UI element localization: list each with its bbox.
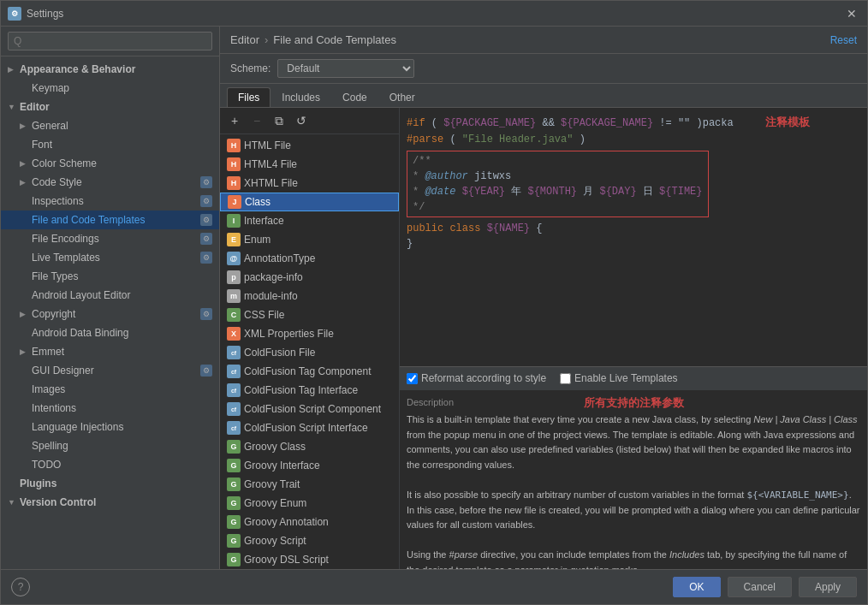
file-item-package-info[interactable]: p package-info xyxy=(220,268,399,287)
tab-other[interactable]: Other xyxy=(378,87,426,107)
breadcrumb-parent: Editor xyxy=(230,33,259,46)
sidebar-item-appearance[interactable]: ▶ Appearance & Behavior xyxy=(1,60,219,79)
xhtml-file-icon: H xyxy=(227,176,241,190)
sidebar-item-inspections[interactable]: Inspections ⚙ xyxy=(1,192,219,211)
code-line-6: */ xyxy=(413,199,703,215)
sidebar-item-intentions[interactable]: Intentions xyxy=(1,399,219,418)
sidebar-item-label: General xyxy=(32,120,212,132)
sidebar-item-label: Color Scheme xyxy=(32,157,212,169)
sidebar-item-android-data-binding[interactable]: Android Data Binding xyxy=(1,323,219,342)
file-item-groovy-enum[interactable]: G Groovy Enum xyxy=(220,494,399,513)
sidebar-item-spelling[interactable]: Spelling xyxy=(1,436,219,455)
file-item-html4-file[interactable]: H HTML4 File xyxy=(220,155,399,174)
file-item-css-file[interactable]: C CSS File xyxy=(220,305,399,324)
live-templates-checkbox-label: Enable Live Templates xyxy=(560,372,678,384)
close-button[interactable]: ✕ xyxy=(843,5,860,22)
tab-files[interactable]: Files xyxy=(227,87,271,107)
cf-script-interface-icon: cf xyxy=(227,421,241,435)
file-item-class[interactable]: J Class xyxy=(220,193,399,211)
sidebar-item-live-templates[interactable]: Live Templates ⚙ xyxy=(1,248,219,267)
file-item-cf-tag-interface[interactable]: cf ColdFusion Tag Interface xyxy=(220,381,399,400)
sidebar-item-label: Images xyxy=(32,383,212,395)
file-item-enum[interactable]: E Enum xyxy=(220,230,399,249)
sidebar-item-label: File Encodings xyxy=(32,233,197,245)
file-item-label: XHTML File xyxy=(244,177,298,189)
file-item-label: ColdFusion Tag Interface xyxy=(244,384,358,396)
arrow-icon: ▶ xyxy=(20,122,32,130)
sidebar-item-file-types[interactable]: File Types xyxy=(1,267,219,286)
sidebar-item-code-style[interactable]: ▶ Code Style ⚙ xyxy=(1,173,219,192)
cancel-button[interactable]: Cancel xyxy=(728,577,792,597)
file-item-groovy-trait[interactable]: G Groovy Trait xyxy=(220,475,399,494)
file-item-cf-tag-component[interactable]: cf ColdFusion Tag Component xyxy=(220,362,399,381)
cf-tag-component-icon: cf xyxy=(227,365,241,378)
ok-button[interactable]: OK xyxy=(673,577,720,597)
file-item-groovy-class[interactable]: G Groovy Class xyxy=(220,437,399,456)
sidebar-item-file-encodings[interactable]: File Encodings ⚙ xyxy=(1,229,219,248)
file-item-label: ColdFusion File xyxy=(244,347,315,359)
help-button[interactable]: ? xyxy=(11,578,30,596)
footer-left: ? xyxy=(11,578,30,596)
sidebar-item-editor[interactable]: ▼ Editor xyxy=(1,98,219,116)
file-item-annotation-type[interactable]: @ AnnotationType xyxy=(220,249,399,268)
sidebar-item-label: Keymap xyxy=(32,82,212,94)
bottom-options: Reformat according to style Enable Live … xyxy=(400,366,867,389)
code-line-7: public class ${NAME} { xyxy=(407,221,860,236)
sidebar-item-language-injections[interactable]: Language Injections xyxy=(1,418,219,436)
file-item-module-info[interactable]: m module-info xyxy=(220,287,399,305)
sidebar-item-gui-designer[interactable]: GUI Designer ⚙ xyxy=(1,361,219,380)
class-file-icon: J xyxy=(228,195,241,209)
file-item-interface[interactable]: I Interface xyxy=(220,211,399,230)
live-templates-checkbox[interactable] xyxy=(560,373,571,384)
file-list: + − ⧉ ↺ H HTML File H HTML4 File xyxy=(220,108,400,569)
file-item-groovy-annotation[interactable]: G Groovy Annotation xyxy=(220,513,399,531)
tab-includes[interactable]: Includes xyxy=(271,87,331,107)
file-item-xml-props[interactable]: X XML Properties File xyxy=(220,324,399,343)
file-item-groovy-script[interactable]: G Groovy Script xyxy=(220,531,399,550)
breadcrumb: Editor › File and Code Templates xyxy=(230,33,396,46)
file-item-html-file[interactable]: H HTML File xyxy=(220,136,399,155)
sidebar-item-version-control[interactable]: ▼ Version Control xyxy=(1,493,219,512)
content-area: + − ⧉ ↺ H HTML File H HTML4 File xyxy=(220,108,867,569)
arrow-icon: ▼ xyxy=(8,103,20,111)
search-input[interactable] xyxy=(8,32,212,50)
tab-code[interactable]: Code xyxy=(331,87,378,107)
file-item-coldfusion[interactable]: cf ColdFusion File xyxy=(220,343,399,362)
sidebar-item-general[interactable]: ▶ General xyxy=(1,116,219,135)
file-item-groovy-interface[interactable]: G Groovy Interface xyxy=(220,456,399,475)
sidebar-item-color-scheme[interactable]: ▶ Color Scheme xyxy=(1,154,219,173)
sidebar-item-label: GUI Designer xyxy=(32,365,197,377)
file-item-label: Groovy Enum xyxy=(244,497,306,509)
sidebar-item-keymap[interactable]: Keymap xyxy=(1,79,219,98)
sidebar-item-file-code-templates[interactable]: File and Code Templates ⚙ xyxy=(1,211,219,229)
remove-template-button[interactable]: − xyxy=(247,111,266,130)
file-item-cf-script-interface[interactable]: cf ColdFusion Script Interface xyxy=(220,418,399,437)
code-line-4: * @author jitwxs xyxy=(413,169,703,184)
sidebar-item-copyright[interactable]: ▶ Copyright ⚙ xyxy=(1,305,219,323)
sidebar-item-font[interactable]: Font xyxy=(1,135,219,154)
file-item-cf-script-component[interactable]: cf ColdFusion Script Component xyxy=(220,400,399,418)
sidebar-item-label: Android Layout Editor xyxy=(32,289,212,301)
sidebar-item-label: Font xyxy=(32,139,212,151)
reformat-checkbox[interactable] xyxy=(407,373,418,384)
arrow-icon: ▶ xyxy=(20,159,32,168)
sidebar-item-todo[interactable]: TODO xyxy=(1,455,219,474)
apply-button[interactable]: Apply xyxy=(799,577,857,597)
add-template-button[interactable]: + xyxy=(225,111,244,130)
file-item-xhtml-file[interactable]: H XHTML File xyxy=(220,174,399,193)
sidebar-item-emmet[interactable]: ▶ Emmet xyxy=(1,342,219,361)
annotation-file-icon: @ xyxy=(227,252,241,265)
code-line-8: } xyxy=(407,236,860,252)
copy-template-button[interactable]: ⧉ xyxy=(270,111,288,130)
scheme-select[interactable]: Default Project xyxy=(277,59,414,78)
code-editor[interactable]: #if ( ${PACKAGE_NAME} && ${PACKAGE_NAME}… xyxy=(400,108,867,366)
sidebar-item-plugins[interactable]: Plugins xyxy=(1,474,219,493)
reset-template-button[interactable]: ↺ xyxy=(292,111,311,130)
sidebar-item-images[interactable]: Images xyxy=(1,380,219,399)
file-item-label: XML Properties File xyxy=(244,328,334,340)
groovy-class-icon: G xyxy=(227,440,241,454)
reset-button[interactable]: Reset xyxy=(830,34,857,46)
arrow-icon: ▼ xyxy=(8,498,20,507)
sidebar-item-android-layout[interactable]: Android Layout Editor xyxy=(1,286,219,305)
file-item-groovy-dsl[interactable]: G Groovy DSL Script xyxy=(220,550,399,569)
